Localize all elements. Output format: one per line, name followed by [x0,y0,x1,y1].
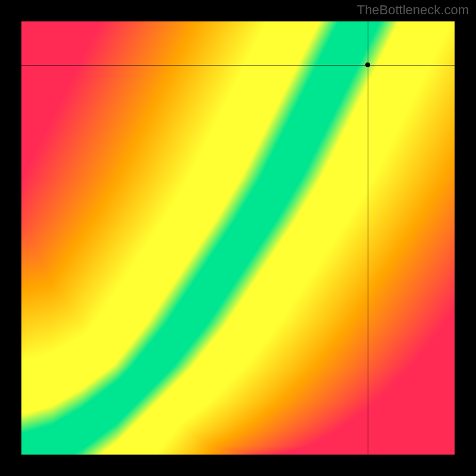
watermark-text: TheBottleneck.com [357,2,469,18]
bottleneck-heatmap [21,21,455,455]
crosshair-marker [365,62,370,67]
crosshair-horizontal [21,65,455,65]
crosshair-vertical [368,21,368,455]
heatmap-canvas [21,21,455,455]
